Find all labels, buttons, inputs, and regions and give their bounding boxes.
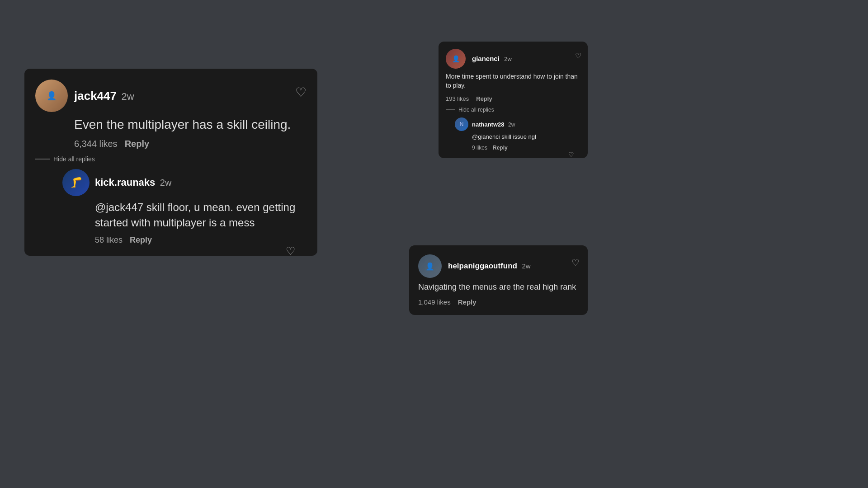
hide-replies-button[interactable]: Hide all replies: [53, 155, 95, 163]
nathantw28-username: nathantw28: [472, 121, 505, 128]
gianenci-hide-replies-row: Hide all replies: [446, 107, 580, 113]
gianenci-avatar-img: 👤: [446, 49, 466, 69]
gianenci-user-info: gianenci 2w: [472, 55, 512, 63]
gianenci-divider-line: [446, 109, 455, 110]
reply-likes: 58 likes: [95, 235, 123, 245]
main-heart-icon[interactable]: ♡: [295, 85, 307, 100]
reply-actions: 58 likes Reply: [95, 235, 307, 245]
nathantw28-user-info: nathantw28 2w: [472, 120, 515, 128]
main-comment-header: 👤 jack447 2w: [35, 80, 307, 112]
helpanigga-comment-card: 👤 helpaniggaoutfund 2w Navigating the me…: [409, 245, 588, 315]
gianenci-likes: 193 likes: [446, 95, 469, 102]
helpanigga-avatar: 👤: [418, 254, 442, 278]
reply-user-info: kick.raunaks 2w: [95, 177, 171, 188]
avatar: 👤: [35, 80, 68, 112]
gianenci-comment-header: 👤 gianenci 2w: [446, 49, 580, 69]
main-comment-actions: 6,344 likes Reply: [74, 139, 307, 149]
gianenci-comment-card: 👤 gianenci 2w More time spent to underst…: [439, 42, 588, 158]
main-user-info: jack447 2w: [74, 89, 134, 103]
helpanigga-reply-button[interactable]: Reply: [458, 298, 476, 306]
reply-heart-icon[interactable]: ♡: [286, 245, 296, 258]
nathantw28-reply-header: N nathantw28 2w: [455, 117, 580, 131]
nathantw28-reply-actions: 9 likes Reply: [472, 145, 580, 151]
gianenci-comment-actions: 193 likes Reply: [446, 95, 580, 102]
nathantw28-heart-icon[interactable]: ♡: [568, 151, 574, 158]
gianenci-comment-text: More time spent to understand how to joi…: [446, 72, 580, 90]
reply-username: kick.raunaks: [95, 177, 155, 188]
helpanigga-comment-text: Navigating the menus are the real high r…: [418, 282, 579, 293]
avatar-image: 👤: [35, 80, 68, 112]
gianenci-hide-replies-button[interactable]: Hide all replies: [458, 107, 494, 113]
reply-timestamp: 2w: [160, 178, 172, 188]
main-comment-text: Even the multiplayer has a skill ceiling…: [74, 116, 307, 133]
gianenci-heart-icon[interactable]: ♡: [575, 52, 581, 60]
reply-header: 🦵 kick.raunaks 2w: [62, 169, 307, 196]
nathantw28-timestamp: 2w: [508, 122, 515, 128]
main-username: jack447: [74, 89, 117, 103]
divider-line: [35, 159, 50, 160]
helpanigga-avatar-img: 👤: [418, 254, 442, 278]
helpanigga-user-info: helpaniggaoutfund 2w: [448, 262, 531, 271]
helpanigga-comment-header: 👤 helpaniggaoutfund 2w: [418, 254, 579, 278]
helpanigga-heart-icon[interactable]: ♡: [571, 257, 580, 268]
gianenci-avatar: 👤: [446, 49, 466, 69]
hide-replies-row: Hide all replies: [35, 155, 307, 163]
gianenci-timestamp: 2w: [504, 56, 512, 62]
nathantw28-reply-section: N nathantw28 2w @gianenci skill issue ng…: [455, 117, 580, 151]
main-timestamp: 2w: [121, 91, 134, 102]
main-likes: 6,344 likes: [74, 139, 118, 149]
helpanigga-username: helpaniggaoutfund: [448, 262, 517, 270]
helpanigga-likes: 1,049 likes: [418, 298, 451, 306]
reply-reply-button[interactable]: Reply: [130, 235, 152, 245]
reply-avatar: 🦵: [62, 169, 90, 196]
gianenci-username: gianenci: [472, 55, 500, 62]
main-comment-card: 👤 jack447 2w Even the multiplayer has a …: [24, 69, 317, 256]
nathantw28-likes: 9 likes: [472, 145, 487, 151]
nathantw28-avatar: N: [455, 117, 468, 131]
helpanigga-timestamp: 2w: [522, 262, 530, 270]
reply-section: 🦵 kick.raunaks 2w @jack447 skill floor, …: [62, 169, 307, 245]
gianenci-reply-button[interactable]: Reply: [476, 95, 492, 102]
helpanigga-comment-actions: 1,049 likes Reply: [418, 298, 579, 306]
main-reply-button[interactable]: Reply: [125, 139, 149, 149]
reply-comment-text: @jack447 skill floor, u mean. even getti…: [95, 200, 307, 230]
nathantw28-reply-button[interactable]: Reply: [493, 145, 508, 151]
nathantw28-comment-text: @gianenci skill issue ngl: [472, 133, 580, 141]
